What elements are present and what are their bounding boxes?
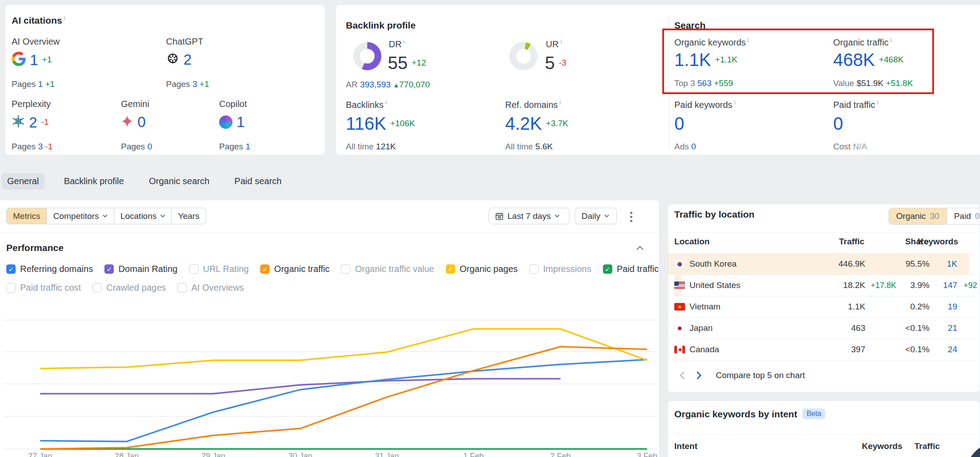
info-icon[interactable]: i	[877, 99, 878, 106]
perplexity-value-row: 2 -1	[12, 115, 49, 130]
ur-label: URi	[546, 38, 562, 49]
backlink-profile-title: Backlink profile	[346, 20, 415, 31]
info-icon[interactable]: i	[385, 99, 386, 106]
column-header-traffic[interactable]: Traffic	[914, 441, 940, 451]
compare-top5-link[interactable]: Compare top 5 on chart	[716, 371, 805, 380]
copilot-value-row: 1	[219, 115, 245, 129]
tab-general[interactable]: General	[1, 173, 45, 189]
pagination-prev-icon[interactable]	[679, 371, 685, 380]
info-icon[interactable]: i	[403, 38, 405, 45]
ai-overview-delta: +1	[42, 55, 52, 65]
dr-donut	[353, 42, 382, 70]
checkbox-impressions[interactable]: Impressions	[529, 264, 591, 274]
granularity-button[interactable]: Daily	[575, 208, 617, 224]
checkbox-domain-rating[interactable]: ✓Domain Rating	[104, 264, 177, 274]
gemini-value[interactable]: 0	[137, 115, 145, 129]
toggle-paid[interactable]: Paid 0	[947, 208, 980, 224]
x-tick-label: 28 Jan	[109, 452, 145, 457]
info-icon[interactable]: i	[64, 15, 65, 21]
column-header-intent[interactable]: Intent	[674, 441, 698, 451]
gemini-pages: Pages 0	[121, 142, 152, 152]
traffic-by-location-title: Traffic by location	[674, 209, 755, 220]
collapse-chevron-up-icon[interactable]	[635, 245, 644, 251]
chatgpt-value[interactable]: 2	[183, 52, 191, 67]
checkbox-organic-traffic[interactable]: ✓Organic traffic	[260, 264, 329, 274]
japan-flag-icon	[674, 325, 685, 332]
column-header-keywords[interactable]: Keywords	[862, 441, 902, 451]
perplexity-pages: Pages 3 -1	[12, 142, 53, 152]
ai-overview-pages: Pages 1 +1	[12, 79, 55, 89]
column-header-traffic[interactable]: Traffic	[839, 237, 864, 247]
column-header-keywords[interactable]: Keywords	[918, 237, 958, 247]
dr-delta: +12	[412, 58, 426, 68]
performance-line-chart[interactable]: 27 Jan28 Jan29 Jan30 Jan31 Jan1 Feb2 Feb…	[0, 288, 660, 457]
dr-label: DRi	[389, 38, 405, 49]
series-domain-rating	[40, 379, 561, 394]
perplexity-label: Perplexity	[12, 99, 51, 109]
paid-keywords-ads: Ads 0	[674, 142, 696, 152]
openai-icon	[166, 52, 179, 67]
checkbox-referring-domains[interactable]: ✓Referring domains	[6, 264, 93, 274]
tab-paid-search[interactable]: Paid search	[228, 173, 287, 189]
dr-value-row: 55 +12	[388, 54, 426, 72]
checkbox-organic-traffic-value[interactable]: Organic traffic value	[341, 264, 434, 274]
x-tick-label: 1 Feb	[456, 452, 491, 457]
ai-citations-panel: AI citationsi AI Overview 1 +1 Pages 1 +…	[5, 4, 325, 155]
location-row-japan[interactable]: Japan 463 <0.1% 21	[668, 317, 980, 339]
perplexity-delta: -1	[41, 117, 49, 127]
pagination-next-icon[interactable]	[696, 371, 702, 380]
competitors-filter-button[interactable]: Competitors	[47, 208, 114, 224]
x-tick-label: 29 Jan	[195, 452, 231, 457]
backlinks-value-row: 116K +106K	[346, 115, 415, 132]
checkbox-organic-pages[interactable]: ✓Organic pages	[446, 264, 518, 274]
years-filter-button[interactable]: Years	[172, 208, 206, 224]
backlinks-delta: +106K	[390, 119, 415, 128]
united-states-flag-icon	[674, 282, 685, 289]
ref-domains-alltime: All time 5.6K	[505, 142, 553, 152]
ref-domains-value[interactable]: 4.2K	[505, 115, 542, 132]
checkbox-url-rating[interactable]: URL Rating	[189, 264, 249, 274]
divider	[674, 232, 974, 233]
paid-keywords-label: Paid keywordsi	[674, 99, 735, 110]
locations-filter-button[interactable]: Locations	[114, 208, 172, 224]
performance-checkbox-row-1: ✓Referring domains ✓Domain Rating URL Ra…	[6, 264, 659, 274]
location-row-canada[interactable]: Canada 397 <0.1% 24	[668, 339, 980, 360]
column-header-location[interactable]: Location	[674, 237, 710, 247]
organic-paid-toggle: Organic 30 Paid 0	[889, 208, 980, 225]
x-tick-label: 27 Jan	[22, 452, 58, 457]
south-korea-flag-icon	[674, 260, 685, 268]
toggle-organic[interactable]: Organic 30	[889, 208, 947, 224]
more-options-kebab-icon[interactable]	[628, 210, 634, 224]
tab-organic-search[interactable]: Organic search	[143, 173, 216, 189]
copilot-pages: Pages 1	[219, 142, 250, 152]
location-row-south-korea[interactable]: South Korea 446.9K 95.5% 1K	[668, 253, 980, 275]
ur-delta: -3	[559, 58, 566, 68]
backlinks-value[interactable]: 116K	[346, 115, 386, 132]
chart-canvas	[0, 288, 660, 457]
ref-domains-label: Ref. domainsi	[505, 99, 561, 110]
location-row-united-states[interactable]: United States 18.2K +17.8K 3.9% 147 +92	[668, 275, 980, 296]
x-tick-label: 2 Feb	[543, 452, 578, 457]
tab-backlink-profile[interactable]: Backlink profile	[58, 173, 130, 189]
metrics-filter-button[interactable]: Metrics	[6, 208, 47, 224]
info-icon[interactable]: i	[734, 99, 735, 106]
paid-keywords-value[interactable]: 0	[674, 115, 684, 132]
ai-overview-value[interactable]: 1	[30, 53, 38, 67]
checkbox-paid-traffic[interactable]: ✓Paid traffic	[603, 264, 659, 274]
info-icon[interactable]: i	[560, 99, 561, 106]
gemini-icon	[121, 115, 133, 129]
report-tabs: General Backlink profile Organic search …	[1, 173, 287, 189]
info-icon[interactable]: i	[561, 38, 562, 45]
chatgpt-label: ChatGPT	[166, 37, 203, 47]
copilot-value[interactable]: 1	[237, 115, 245, 129]
chevron-down-icon	[103, 214, 108, 218]
overview-main-panel: Metrics Competitors Locations Years Last…	[0, 200, 660, 457]
ar-row: AR 393,593 ▲770,070	[346, 80, 430, 90]
google-icon	[12, 52, 26, 68]
location-row-vietnam[interactable]: Vietnam 1.1K 0.2% 19	[668, 296, 980, 317]
divider	[0, 232, 660, 233]
date-range-button[interactable]: Last 7 days	[489, 208, 570, 224]
perplexity-value[interactable]: 2	[29, 115, 37, 130]
paid-traffic-label: Paid traffici	[833, 99, 878, 110]
paid-traffic-value[interactable]: 0	[833, 115, 843, 132]
